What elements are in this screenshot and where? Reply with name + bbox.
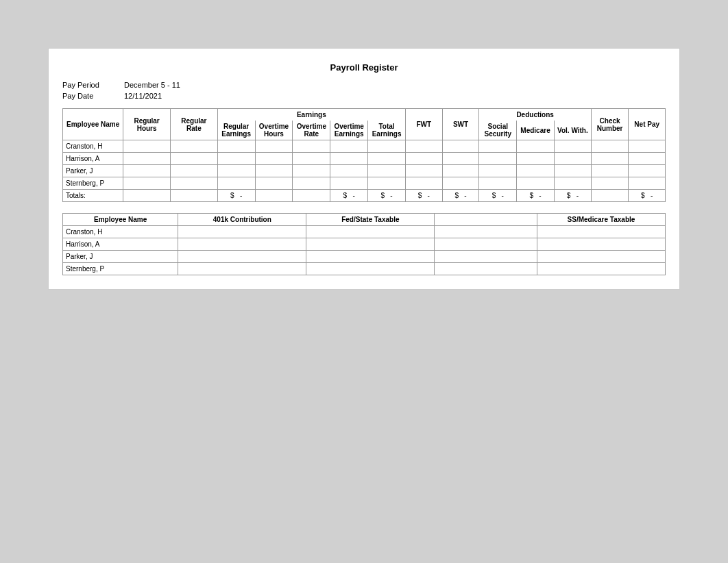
data-cell — [293, 153, 330, 165]
pay-date-row: Pay Date 12/11/2021 — [62, 92, 666, 100]
data-cell2-3 — [435, 263, 537, 275]
col-fwt-group: FWT — [405, 109, 442, 140]
data-cell — [479, 153, 517, 165]
data-cell — [368, 165, 406, 177]
main-table-body: Cranston, HHarrison, AParker, JSternberg… — [63, 140, 666, 202]
data-cell — [405, 140, 442, 153]
data-cell2-1 — [178, 251, 306, 263]
data-cell — [517, 165, 555, 177]
totals-label: Totals: — [63, 190, 123, 202]
data-cell — [217, 177, 255, 190]
col2-ss-medicare: SS/Medicare Taxable — [537, 214, 665, 226]
col-swt-group: SWT — [442, 109, 479, 140]
data-cell2-2 — [306, 263, 435, 275]
data-cell — [442, 140, 479, 153]
data-cell — [442, 165, 479, 177]
data-cell — [405, 153, 442, 165]
totals-cell-8: $ - — [405, 190, 442, 202]
employee-name-cell2: Sternberg, P — [63, 263, 178, 275]
table-row: Harrison, A — [63, 238, 666, 251]
data-cell2-2 — [306, 251, 435, 263]
data-cell2-3 — [435, 251, 537, 263]
totals-cell-5 — [293, 190, 330, 202]
data-cell — [330, 140, 368, 153]
col2-fed-state: Fed/State Taxable — [306, 214, 435, 226]
data-cell — [479, 140, 517, 153]
table-row: Parker, J — [63, 165, 666, 177]
col-regular-earnings: Regular Earnings — [217, 121, 255, 140]
col2-employee: Employee Name — [63, 214, 178, 226]
employee-name-cell2: Harrison, A — [63, 238, 178, 251]
col-social-security: Social Security — [479, 121, 517, 140]
data-cell — [217, 140, 255, 153]
data-cell2-4 — [537, 238, 665, 251]
data-cell — [442, 177, 479, 190]
employee-name-cell2: Parker, J — [63, 251, 178, 263]
report-title: Payroll Register — [62, 62, 666, 73]
data-cell — [629, 153, 666, 165]
totals-cell-10: $ - — [479, 190, 517, 202]
data-cell — [479, 165, 517, 177]
data-cell — [629, 140, 666, 153]
data-cell — [255, 165, 293, 177]
employee-name-cell2: Cranston, H — [63, 226, 178, 238]
col2-401k: 401k Contribution — [178, 214, 306, 226]
data-cell — [368, 140, 406, 153]
data-cell — [368, 153, 406, 165]
data-cell — [170, 140, 217, 153]
payroll-table: Employee Name Regular Hours Regular Rate… — [62, 108, 666, 202]
data-cell — [293, 165, 330, 177]
data-cell2-4 — [537, 251, 665, 263]
data-cell2-4 — [537, 226, 665, 238]
data-cell — [330, 165, 368, 177]
data-cell — [517, 153, 555, 165]
col-total-earnings: Total Earnings — [368, 121, 406, 140]
col-earnings-group: Earnings — [217, 109, 405, 121]
data-cell — [123, 153, 171, 165]
totals-cell-12: $ - — [554, 190, 591, 202]
totals-cell-14: $ - — [629, 190, 666, 202]
pay-period-label: Pay Period — [62, 81, 110, 89]
col-vol-with: Vol. With. — [554, 121, 591, 140]
col-regular-hours-group: Regular Hours — [123, 109, 171, 140]
pay-date-value: 12/11/2021 — [124, 92, 162, 100]
col-overtime-hours: Overtime Hours — [255, 121, 293, 140]
totals-cell-4 — [255, 190, 293, 202]
data-cell — [591, 165, 629, 177]
data-cell2-2 — [306, 238, 435, 251]
employee-name-cell: Cranston, H — [63, 140, 123, 153]
employee-name-cell: Harrison, A — [63, 153, 123, 165]
data-cell — [591, 153, 629, 165]
totals-cell-11: $ - — [517, 190, 555, 202]
table-row: Harrison, A — [63, 153, 666, 165]
data-cell — [554, 177, 591, 190]
data-cell — [330, 153, 368, 165]
data-cell — [255, 140, 293, 153]
data-cell — [517, 140, 555, 153]
col-overtime-earnings: Overtime Earnings — [330, 121, 368, 140]
employee-name-cell: Parker, J — [63, 165, 123, 177]
employee-name-cell: Sternberg, P — [63, 177, 123, 190]
data-cell — [330, 177, 368, 190]
table-row: Parker, J — [63, 251, 666, 263]
table-row: Sternberg, P — [63, 263, 666, 275]
main-table-section: Employee Name Regular Hours Regular Rate… — [62, 108, 666, 202]
data-cell — [217, 153, 255, 165]
col-overtime-rate: Overtime Rate — [293, 121, 330, 140]
data-cell2-3 — [435, 226, 537, 238]
totals-cell-3: $ - — [217, 190, 255, 202]
data-cell — [629, 165, 666, 177]
secondary-table-body: Cranston, HHarrison, AParker, JSternberg… — [63, 226, 666, 275]
table-row: Sternberg, P — [63, 177, 666, 190]
data-cell2-4 — [537, 263, 665, 275]
data-cell — [517, 177, 555, 190]
col-employee-name-group: Employee Name — [63, 109, 123, 140]
totals-row: Totals:$ -$ -$ -$ -$ -$ -$ -$ -$ - — [63, 190, 666, 202]
data-cell — [591, 177, 629, 190]
data-cell2-1 — [178, 238, 306, 251]
col-medicare: Medicare — [517, 121, 555, 140]
data-cell — [293, 177, 330, 190]
data-cell — [479, 177, 517, 190]
data-cell — [217, 165, 255, 177]
col-deductions-group: Deductions — [479, 109, 591, 121]
